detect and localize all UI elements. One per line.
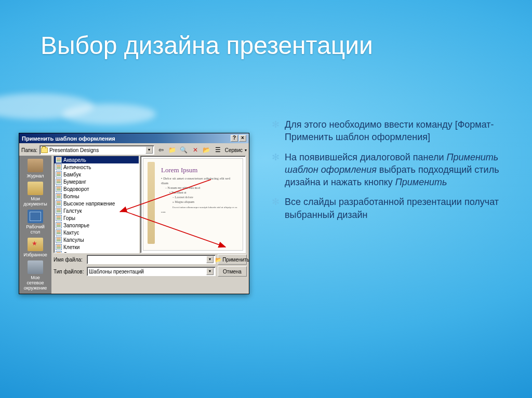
template-preview: Lorem Ipsum • Delor sit amet consectetue…	[140, 156, 246, 253]
template-file-icon	[56, 193, 62, 199]
place-my-documents[interactable]: Мои документы	[22, 182, 49, 207]
template-file-icon	[56, 164, 62, 170]
slide-bullets: Для этого необходимо ввести команду [Фор…	[272, 118, 506, 228]
tools-menu[interactable]: Сервис	[225, 147, 243, 153]
folder-toolbar: Папка: Presentation Designs ▾ ⇦ 📁 🔍 ✕ 📂 …	[19, 143, 249, 156]
slide-title: Выбор дизайна презентации	[41, 31, 373, 60]
list-item[interactable]: Бумеранг	[54, 178, 139, 185]
filename-label: Имя файла:	[54, 257, 85, 263]
filetype-combo[interactable]: Шаблоны презентаций▾	[87, 267, 216, 276]
place-favorites[interactable]: Избранное	[22, 238, 49, 257]
list-item[interactable]: Горы	[54, 214, 139, 222]
list-item[interactable]: Капсулы	[54, 236, 139, 243]
chevron-down-icon[interactable]: ▾	[145, 146, 153, 154]
apply-button[interactable]: 📂Применить	[218, 254, 247, 265]
list-item[interactable]: Акварель	[54, 156, 139, 163]
list-item[interactable]: Водоворот	[54, 185, 139, 193]
template-file-icon	[56, 244, 62, 250]
folder-combo[interactable]: Presentation Designs ▾	[39, 145, 154, 155]
list-item[interactable]: Волны	[54, 193, 139, 200]
list-item[interactable]: Бамбук	[54, 171, 139, 178]
back-button[interactable]: ⇦	[156, 145, 166, 155]
cancel-button[interactable]: Отмена	[218, 266, 247, 277]
search-web-button[interactable]: 🔍	[179, 145, 189, 155]
template-file-icon	[56, 171, 62, 177]
folder-label: Папка:	[21, 147, 37, 153]
places-bar: Журнал Мои документы Рабочий стол Избран…	[19, 156, 51, 294]
place-journal[interactable]: Журнал	[22, 159, 49, 179]
template-file-icon	[56, 222, 62, 228]
folder-value: Presentation Designs	[49, 147, 99, 153]
views-button[interactable]: ☰	[214, 145, 223, 155]
bullet-item: На появившейся диалоговой панели Примени…	[272, 151, 506, 189]
chevron-down-icon[interactable]: ▾	[206, 268, 214, 275]
apply-template-dialog: Применить шаблон оформления ? × Папка: P…	[19, 133, 249, 294]
template-file-icon	[56, 208, 62, 214]
list-item[interactable]: Античность	[54, 163, 139, 171]
list-item[interactable]: Клетки	[54, 243, 139, 251]
bullet-item: Все слайды разработанной презентации пол…	[272, 196, 506, 221]
delete-button[interactable]: ✕	[191, 145, 200, 155]
chevron-down-icon[interactable]: ▾	[206, 256, 214, 263]
up-button[interactable]: 📁	[168, 145, 177, 155]
template-file-icon	[56, 229, 62, 236]
list-item[interactable]: Галстук	[54, 207, 139, 214]
bullet-item: Для этого необходимо ввести команду [Фор…	[272, 118, 506, 144]
list-item[interactable]: Высокое напряжение	[54, 200, 139, 207]
preview-title: Lorem Ipsum	[161, 166, 237, 174]
list-item[interactable]: Кактус	[54, 229, 139, 236]
filename-input[interactable]: ▾	[87, 255, 216, 264]
place-desktop[interactable]: Рабочий стол	[22, 210, 49, 235]
chevron-down-icon[interactable]: ▾	[245, 148, 247, 153]
folder-icon	[41, 147, 48, 153]
new-folder-button[interactable]: 📂	[202, 145, 211, 155]
template-file-icon	[56, 157, 62, 163]
template-file-icon	[56, 179, 62, 185]
template-file-icon	[56, 237, 62, 243]
help-button[interactable]: ?	[231, 135, 238, 142]
decoration-cloud	[62, 104, 156, 125]
template-file-icon	[56, 186, 62, 192]
file-list[interactable]: АкварельАнтичностьБамбукБумерангВодоворо…	[54, 156, 139, 253]
close-button[interactable]: ×	[239, 135, 246, 142]
titlebar[interactable]: Применить шаблон оформления ? ×	[19, 133, 249, 143]
template-file-icon	[56, 200, 62, 207]
list-item[interactable]: Заполярье	[54, 222, 139, 229]
template-file-icon	[56, 215, 62, 221]
filetype-label: Тип файлов:	[54, 269, 85, 275]
place-network[interactable]: Мое сетевое окружение	[22, 260, 49, 291]
window-title: Применить шаблон оформления	[22, 135, 115, 142]
